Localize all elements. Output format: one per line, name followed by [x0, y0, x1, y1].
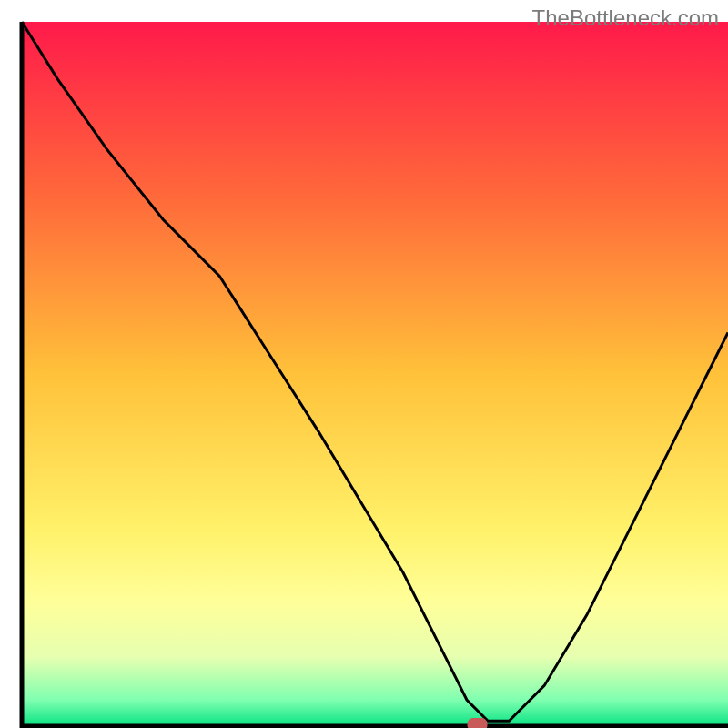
optimal-point-marker: [468, 718, 488, 728]
chart-container: TheBottleneck.com: [0, 0, 728, 728]
bottleneck-chart: [0, 0, 728, 728]
watermark-text: TheBottleneck.com: [532, 5, 719, 31]
plot-background: [22, 22, 728, 728]
